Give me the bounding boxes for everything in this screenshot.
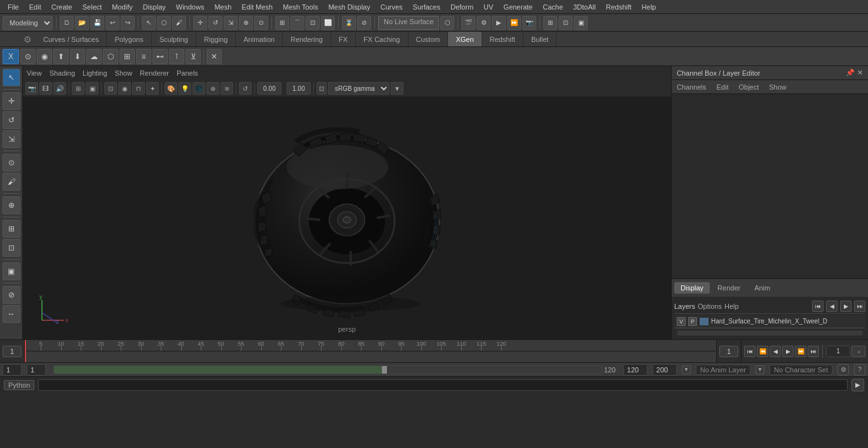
xgen-tool-2[interactable]: ◉: [37, 49, 52, 64]
cb-tab-show[interactable]: Show: [766, 82, 789, 92]
render-button[interactable]: 🎬: [461, 16, 475, 30]
vpt-grid-button[interactable]: ⊞: [72, 82, 85, 95]
viewport-menu-show[interactable]: Show: [115, 69, 133, 77]
vpt-lights-button[interactable]: 💡: [179, 82, 191, 95]
vpt-iso-button[interactable]: ↺: [239, 82, 252, 95]
vpt-colorspace-select[interactable]: sRGB gamma: [328, 82, 390, 95]
make-live-button[interactable]: ⬡: [440, 16, 454, 30]
pb-skip-start-button[interactable]: ⏮: [744, 346, 756, 357]
live-surface-button[interactable]: No Live Surface: [378, 16, 439, 30]
snap-grid-button[interactable]: ⊞: [275, 16, 289, 30]
rotate-tool-button[interactable]: ↺: [3, 111, 20, 129]
menu-windows[interactable]: Windows: [171, 2, 210, 12]
status-current-frame[interactable]: 1: [3, 364, 22, 376]
vpt-sound-button[interactable]: 🔊: [53, 82, 66, 95]
render-settings-button[interactable]: ⚙: [477, 16, 491, 30]
menu-generate[interactable]: Generate: [498, 2, 538, 12]
xgen-tool-7[interactable]: ⊞: [119, 49, 135, 64]
render-seq-button[interactable]: ⏩: [507, 16, 521, 30]
xgen-tool-9[interactable]: ⊷: [153, 49, 168, 64]
viewport-menu-lighting[interactable]: Lighting: [83, 69, 107, 77]
layers-nav-next2[interactable]: ⏭: [854, 301, 865, 312]
pb-step-forward-button[interactable]: ⏩: [795, 346, 806, 357]
vpt-textures-button[interactable]: 🎨: [165, 82, 177, 95]
tab-polygons[interactable]: Polygons: [107, 32, 151, 46]
pb-play-forward-button[interactable]: ▶: [782, 346, 794, 357]
select-tool-button[interactable]: ↖: [142, 16, 156, 30]
menu-mesh-tools[interactable]: Mesh Tools: [278, 2, 323, 12]
xgen-tool-6[interactable]: ⬡: [103, 49, 118, 64]
tab-bullet[interactable]: Bullet: [524, 32, 557, 46]
vpt-smooth-button[interactable]: ◉: [118, 82, 131, 95]
status-playback-start[interactable]: 1: [27, 364, 46, 376]
vpt-camera-button[interactable]: 📷: [25, 82, 38, 95]
layer-visibility-button[interactable]: V: [677, 317, 686, 326]
move-tool-button[interactable]: ✛: [3, 92, 20, 110]
xgen-tool-1[interactable]: ⊙: [20, 49, 36, 64]
pb-play-back-button[interactable]: ◀: [770, 346, 781, 357]
status-max-frame[interactable]: 200: [653, 364, 677, 376]
vpt-coord-y[interactable]: [287, 82, 311, 95]
vpt-film-button[interactable]: 🎞: [39, 82, 52, 95]
snap-align-button[interactable]: ⊞: [3, 220, 20, 238]
anim-layer-arrow[interactable]: ▼: [682, 365, 691, 374]
open-file-button[interactable]: 📂: [75, 16, 89, 30]
status-end-frame[interactable]: 120: [623, 364, 648, 376]
scale-button[interactable]: ⇲: [224, 16, 238, 30]
vpt-xray-button[interactable]: ✦: [146, 82, 159, 95]
menu-mesh-display[interactable]: Mesh Display: [323, 2, 376, 12]
channel-box-pin-button[interactable]: 📌: [846, 69, 855, 77]
vpt-colorspace-arrow[interactable]: ▼: [391, 82, 403, 95]
menu-redshift[interactable]: Redshift: [600, 2, 636, 12]
status-help-button[interactable]: ?: [854, 364, 865, 376]
vpt-bbox-button[interactable]: ⊓: [132, 82, 145, 95]
tab-custom[interactable]: Custom: [409, 32, 449, 46]
channel-box-close-button[interactable]: ✕: [857, 69, 863, 77]
layout3-button[interactable]: ▣: [574, 16, 588, 30]
vpt-motion-blur-button[interactable]: ≋: [220, 82, 233, 95]
snap-surface-button[interactable]: ⬜: [321, 16, 335, 30]
menu-mesh[interactable]: Mesh: [209, 2, 236, 12]
construction-button[interactable]: ⊘: [357, 16, 371, 30]
rotate-button[interactable]: ↺: [208, 16, 222, 30]
show-manipulators-button[interactable]: ⊕: [3, 196, 20, 214]
menu-help[interactable]: Help: [637, 2, 661, 12]
menu-select[interactable]: Select: [78, 2, 107, 12]
menu-display[interactable]: Display: [138, 2, 171, 12]
menu-cache[interactable]: Cache: [538, 2, 568, 12]
layout2-button[interactable]: ⊡: [559, 16, 573, 30]
layer-playback-button[interactable]: P: [688, 317, 697, 326]
tab-fx-caching[interactable]: FX Caching: [356, 32, 408, 46]
pb-step-back-button[interactable]: ⏪: [757, 346, 768, 357]
align-objects-button[interactable]: ⊡: [3, 239, 20, 257]
layer-color-swatch[interactable]: [700, 318, 709, 325]
layers-help-label[interactable]: Help: [724, 302, 739, 310]
tab-fx[interactable]: FX: [331, 32, 356, 46]
cb-tab-channels[interactable]: Channels: [674, 82, 709, 92]
xgen-tool-3[interactable]: ⬆: [53, 49, 69, 64]
python-input[interactable]: [38, 379, 848, 391]
menu-edit[interactable]: Edit: [24, 2, 46, 12]
mirror-button[interactable]: ↔: [3, 305, 20, 323]
new-file-button[interactable]: 🗋: [60, 16, 74, 30]
cb-dtab-display[interactable]: Display: [674, 282, 710, 294]
cb-dtab-anim[interactable]: Anim: [748, 282, 776, 294]
move-button[interactable]: ✛: [193, 16, 207, 30]
viewport-menu-view[interactable]: View: [27, 69, 42, 77]
snap-point-button[interactable]: ⊡: [306, 16, 320, 30]
scale-tool-button[interactable]: ⇲: [3, 130, 20, 148]
render-preview-button[interactable]: ▣: [3, 262, 20, 280]
vpt-wireframe-button[interactable]: ⊡: [104, 82, 117, 95]
universal-manip-button[interactable]: ⊕: [239, 16, 253, 30]
viewport-canvas[interactable]: x y z persp: [23, 97, 671, 339]
soft-mod-button[interactable]: ⊙: [254, 16, 268, 30]
xgen-tool-12[interactable]: ✕: [207, 49, 222, 64]
tab-settings-button[interactable]: ⚙: [19, 32, 36, 46]
menu-create[interactable]: Create: [46, 2, 78, 12]
menu-edit-mesh[interactable]: Edit Mesh: [236, 2, 278, 12]
vpt-ao-button[interactable]: ⊕: [207, 82, 219, 95]
workspace-dropdown[interactable]: Modeling: [3, 16, 53, 30]
python-execute-button[interactable]: ▶: [851, 379, 864, 391]
layout-button[interactable]: ⊞: [543, 16, 557, 30]
tab-xgen[interactable]: XGen: [448, 32, 482, 46]
